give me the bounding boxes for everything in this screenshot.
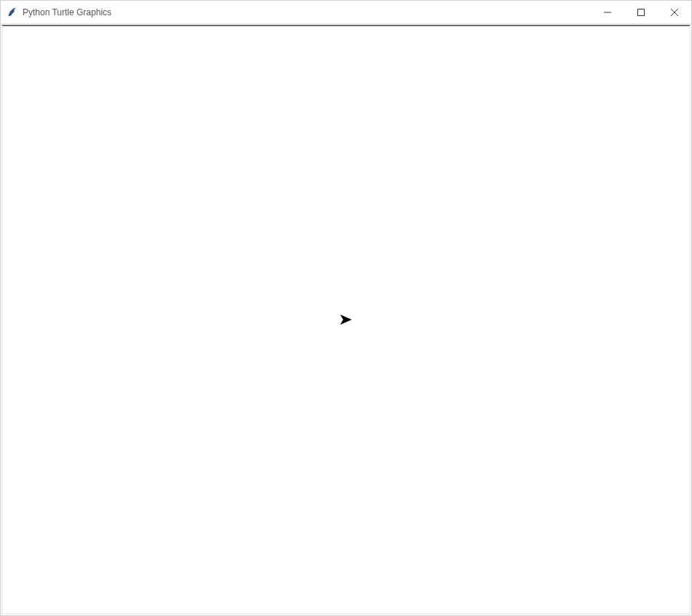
svg-marker-5 (340, 315, 352, 325)
canvas-frame (1, 25, 691, 615)
minimize-icon (604, 6, 611, 19)
minimize-button[interactable] (591, 1, 624, 23)
maximize-button[interactable] (624, 1, 658, 23)
close-button[interactable] (658, 1, 691, 23)
application-window: Python Turtle Graphics (0, 0, 692, 616)
close-icon (671, 6, 678, 19)
turtle-canvas[interactable] (3, 26, 689, 613)
maximize-icon (637, 6, 645, 19)
titlebar[interactable]: Python Turtle Graphics (1, 1, 691, 24)
feather-icon (7, 7, 18, 18)
svg-rect-2 (638, 9, 645, 15)
window-controls (591, 1, 691, 23)
window-title: Python Turtle Graphics (23, 7, 591, 17)
turtle-cursor-icon (340, 315, 352, 325)
